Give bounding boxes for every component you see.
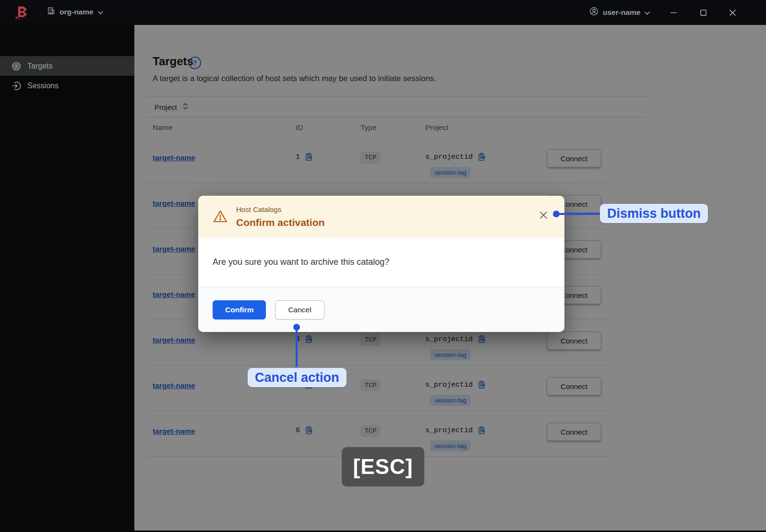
cancel-callout-line: [296, 331, 298, 367]
dialog-footer: Confirm Cancel: [198, 287, 564, 332]
maximize-button[interactable]: [699, 8, 707, 17]
chevron-down-icon: [645, 8, 650, 17]
org-icon: [47, 7, 55, 17]
user-name-label: user-name: [603, 8, 640, 17]
sidebar-item-label: Sessions: [27, 82, 59, 90]
boundary-logo-icon: [14, 5, 29, 20]
chevron-down-icon: [98, 8, 103, 16]
dismiss-icon[interactable]: [539, 210, 548, 220]
sidebar-item-targets[interactable]: Targets: [0, 56, 134, 76]
esc-key-badge: [ESC]: [342, 447, 424, 486]
confirm-dialog: Host Catalogs Confirm activation Are you…: [198, 196, 564, 332]
dialog-message: Are you sure you want to archive this ca…: [198, 237, 564, 287]
cancel-button[interactable]: Cancel: [275, 300, 324, 319]
org-switcher[interactable]: org-name: [47, 7, 103, 17]
sidebar-item-sessions[interactable]: Sessions: [0, 76, 134, 95]
session-icon: [12, 81, 21, 91]
sidebar-item-label: Targets: [27, 62, 52, 71]
cancel-callout-label: Cancel action: [248, 368, 347, 387]
dialog-header: Host Catalogs Confirm activation: [198, 196, 564, 237]
dismiss-callout-label: Dismiss button: [600, 204, 708, 223]
confirm-button[interactable]: Confirm: [213, 300, 266, 319]
org-name-label: org-name: [60, 8, 94, 16]
minimize-button[interactable]: [669, 8, 678, 17]
dismiss-callout-line: [557, 213, 600, 215]
cancel-callout-dot: [293, 324, 300, 331]
app-window: Targets Sessions: [0, 0, 766, 532]
target-icon: [12, 61, 21, 71]
close-window-button[interactable]: [728, 8, 737, 17]
user-menu[interactable]: user-name: [589, 7, 650, 18]
warning-icon: [213, 209, 228, 224]
dialog-context-label: Host Catalogs: [236, 205, 281, 213]
dialog-title: Confirm activation: [236, 217, 324, 228]
user-icon: [589, 7, 598, 18]
titlebar: org-name user-name: [0, 0, 766, 25]
sidebar: Targets Sessions: [0, 0, 134, 532]
